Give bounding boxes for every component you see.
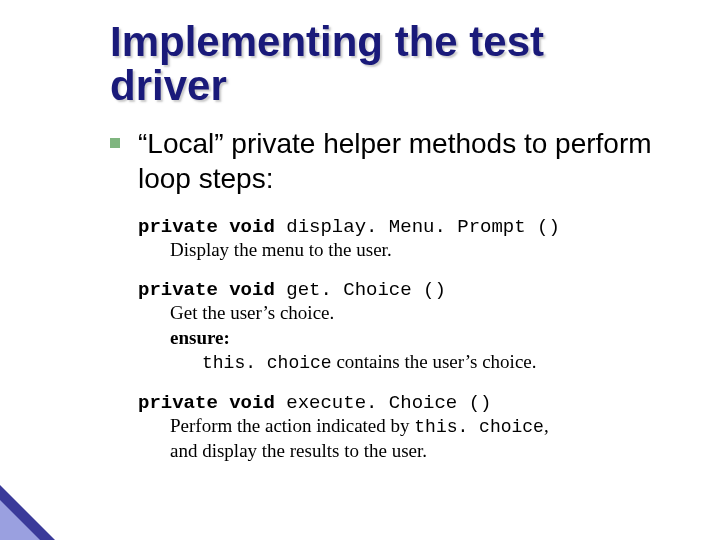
method-desc-line: Display the menu to the user. <box>170 238 660 263</box>
method-desc-line: Get the user’s choice. <box>170 301 660 326</box>
method-block: private void display. Menu. Prompt ()Dis… <box>138 216 660 263</box>
method-desc-line: Perform the action indicated by this. ch… <box>170 414 660 439</box>
method-desc-line: this. choice contains the user’s choice. <box>202 350 660 375</box>
bullet-text: “Local” private helper methods to perfor… <box>138 126 660 196</box>
method-block: private void execute. Choice ()Perform t… <box>138 392 660 464</box>
method-signature: private void display. Menu. Prompt () <box>138 216 660 238</box>
method-block: private void get. Choice ()Get the user’… <box>138 279 660 376</box>
method-desc-line: ensure: <box>170 326 660 351</box>
method-signature: private void execute. Choice () <box>138 392 660 414</box>
bullet-icon <box>110 138 120 148</box>
bullet-item: “Local” private helper methods to perfor… <box>110 126 660 196</box>
corner-decoration-inner <box>0 500 40 540</box>
slide-title: Implementing the test driver <box>110 20 660 108</box>
method-signature: private void get. Choice () <box>138 279 660 301</box>
method-desc-line: and display the results to the user. <box>170 439 660 464</box>
